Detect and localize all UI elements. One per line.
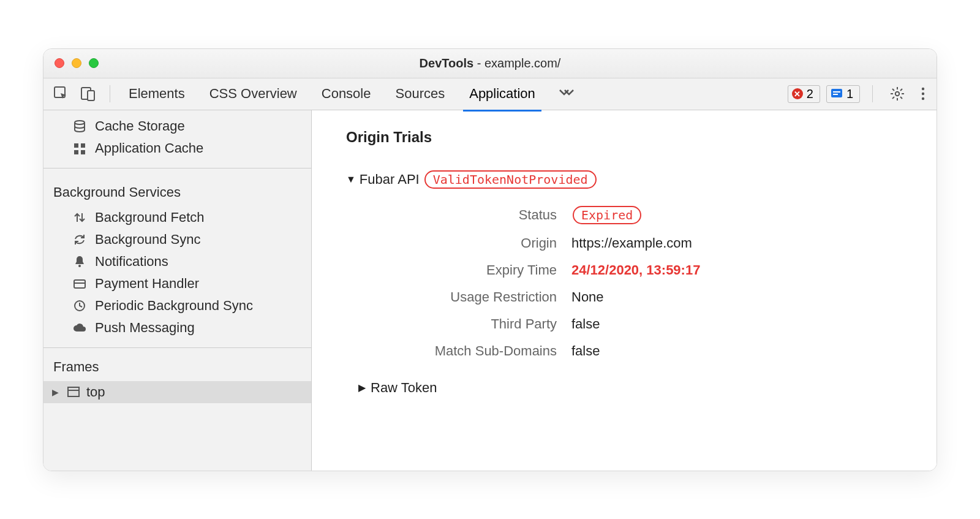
svg-point-18 [75, 121, 85, 124]
svg-rect-20 [81, 143, 85, 148]
svg-rect-22 [81, 150, 85, 154]
sidebar-section-cache: Cache Storage Application Cache [43, 110, 311, 169]
status-badge: Expired [573, 206, 641, 224]
sidebar-item-cache-storage[interactable]: Cache Storage [43, 115, 311, 137]
svg-rect-27 [68, 387, 79, 396]
label-origin: Origin [385, 235, 557, 251]
clock-icon [72, 299, 88, 313]
section-title-origin-trials: Origin Trials [346, 129, 912, 146]
sidebar-item-label: Background Fetch [95, 210, 205, 225]
titlebar: DevTools - example.com/ [43, 49, 937, 78]
raw-token-label: Raw Token [371, 380, 437, 396]
tab-css-overview[interactable]: CSS Overview [208, 80, 298, 108]
sidebar-item-label: Payment Handler [95, 276, 199, 292]
tab-sources[interactable]: Sources [394, 80, 446, 108]
svg-line-12 [900, 97, 902, 99]
more-options-button[interactable] [916, 84, 930, 104]
trial-name: Fubar API [360, 172, 420, 188]
triangle-down-icon: ▼ [346, 174, 356, 185]
value-usage-restriction: None [571, 289, 912, 305]
svg-rect-2 [88, 91, 94, 100]
toolbar-right: ✕ 2 1 [788, 84, 930, 104]
sidebar-item-label: Background Sync [95, 232, 200, 248]
sidebar-item-label: top [86, 384, 105, 400]
svg-rect-19 [74, 143, 78, 148]
svg-point-15 [922, 88, 924, 90]
svg-rect-21 [74, 150, 78, 154]
panel-body: Cache Storage Application Cache Backgrou… [43, 110, 937, 471]
sidebar-item-label: Cache Storage [95, 118, 185, 134]
sidebar-heading-background-services: Background Services [43, 173, 311, 206]
database-icon [72, 119, 88, 133]
errors-chip[interactable]: ✕ 2 [788, 85, 820, 103]
issues-chip[interactable]: 1 [826, 85, 860, 103]
svg-rect-24 [74, 280, 85, 288]
token-status-badge: ValidTokenNotProvided [424, 170, 597, 189]
sidebar-section-background: Background Services Background Fetch Bac… [43, 169, 311, 348]
sidebar-item-label: Notifications [95, 254, 168, 270]
sidebar-item-label: Periodic Background Sync [95, 298, 253, 314]
svg-point-17 [922, 97, 924, 100]
credit-card-icon [72, 277, 88, 290]
issues-icon [831, 88, 843, 100]
bell-icon [72, 255, 88, 268]
triangle-right-icon: ▶ [358, 382, 366, 393]
up-down-arrows-icon [72, 211, 88, 224]
svg-rect-4 [833, 91, 840, 93]
label-expiry-time: Expiry Time [385, 262, 557, 278]
tab-elements[interactable]: Elements [127, 80, 186, 108]
sidebar-item-label: Application Cache [95, 140, 203, 156]
window-title: DevTools - example.com/ [43, 56, 937, 70]
sidebar-item-push-messaging[interactable]: Push Messaging [43, 317, 311, 339]
application-sidebar: Cache Storage Application Cache Backgrou… [43, 110, 312, 471]
svg-point-23 [78, 265, 81, 267]
label-status: Status [385, 207, 557, 223]
devtools-toolbar: Elements CSS Overview Console Sources Ap… [43, 78, 937, 110]
main-panel: Origin Trials ▼ Fubar API ValidTokenNotP… [312, 110, 937, 471]
device-toolbar-button[interactable] [77, 83, 100, 104]
panel-tabs: Elements CSS Overview Console Sources Ap… [127, 80, 537, 108]
more-tabs-button[interactable] [559, 88, 575, 100]
value-third-party: false [571, 316, 912, 332]
devtools-window: DevTools - example.com/ Elements CSS Ove… [43, 48, 937, 471]
errors-count: 2 [807, 87, 813, 101]
cloud-icon [72, 321, 88, 335]
settings-button[interactable] [885, 84, 910, 104]
sidebar-item-payment-handler[interactable]: Payment Handler [43, 273, 311, 295]
value-origin: https://example.com [571, 235, 912, 251]
trial-row[interactable]: ▼ Fubar API ValidTokenNotProvided [346, 170, 912, 189]
svg-rect-3 [831, 89, 842, 97]
value-status: Expired [571, 206, 912, 224]
sync-icon [72, 233, 88, 246]
tab-application[interactable]: Application [468, 80, 537, 108]
toolbar-divider [872, 85, 873, 102]
grid-icon [72, 142, 88, 155]
svg-line-14 [900, 89, 902, 91]
raw-token-row[interactable]: ▶ Raw Token [358, 380, 912, 396]
svg-point-16 [922, 93, 924, 95]
window-icon [66, 386, 81, 398]
svg-line-13 [892, 97, 894, 99]
value-match-subdomains: false [571, 343, 912, 359]
label-match-subdomains: Match Sub-Domains [385, 343, 557, 359]
label-usage-restriction: Usage Restriction [385, 289, 557, 305]
value-expiry-time: 24/12/2020, 13:59:17 [571, 262, 912, 278]
svg-rect-5 [833, 94, 838, 95]
sidebar-item-notifications[interactable]: Notifications [43, 251, 311, 273]
svg-line-11 [892, 89, 894, 91]
tab-console[interactable]: Console [320, 80, 372, 108]
sidebar-item-background-fetch[interactable]: Background Fetch [43, 206, 311, 229]
sidebar-item-background-sync[interactable]: Background Sync [43, 229, 311, 251]
sidebar-item-frame-top[interactable]: ▶ top [43, 381, 311, 403]
svg-point-6 [895, 92, 899, 96]
error-icon: ✕ [792, 88, 803, 99]
sidebar-item-periodic-background-sync[interactable]: Periodic Background Sync [43, 295, 311, 317]
triangle-right-icon: ▶ [52, 387, 61, 397]
sidebar-item-label: Push Messaging [95, 320, 195, 336]
sidebar-heading-frames: Frames [43, 348, 311, 381]
trial-details: Status Expired Origin https://example.co… [385, 206, 912, 359]
inspect-element-button[interactable] [50, 83, 73, 104]
toolbar-divider [110, 85, 110, 102]
sidebar-section-frames: Frames ▶ top [43, 348, 311, 471]
sidebar-item-application-cache[interactable]: Application Cache [43, 137, 311, 159]
